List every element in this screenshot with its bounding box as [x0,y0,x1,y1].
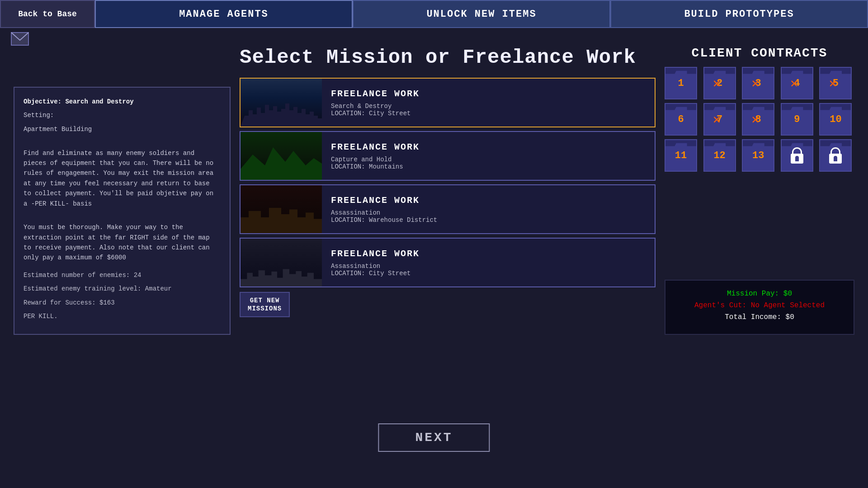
contract-item-14 [781,139,813,172]
main-content: Objective: Search and Destroy Setting: A… [0,33,868,344]
lock-keyhole [834,156,837,161]
manage-agents-button[interactable]: MANAGE AGENTS [95,0,353,28]
mission-list: FREELANCE WORKSearch & DestroyLOCATION: … [240,78,656,287]
contract-number: 13 [752,150,764,161]
training-level: Estimated enemy training level: Amateur [24,284,221,294]
mission-pay: Mission Pay: $0 [675,290,844,298]
contract-item-9[interactable]: 9 [781,103,813,136]
unlock-items-button[interactable]: UNLOCK NEW ITEMS [353,0,610,28]
lock-body [829,154,842,164]
total-income: Total Income: $0 [675,313,844,321]
mission-type-label: FREELANCE WORK [331,142,420,152]
contract-item-8[interactable]: 8 [742,103,774,136]
contract-item-1[interactable]: 1 [665,67,697,99]
mission-preview-2 [241,132,322,180]
mission-item-3[interactable]: FREELANCE WORKAssassinationLOCATION: War… [240,184,656,234]
mission-location-label: LOCATION: Warehouse District [331,216,437,224]
mission-location-label: LOCATION: Mountains [331,163,420,170]
contract-item-11[interactable]: 11 [665,139,697,172]
setting-label: Setting: [24,110,221,120]
agent-cut: Agent's Cut: No Agent Selected [675,301,844,310]
mission-location-label: LOCATION: City Street [331,270,420,277]
lock-keyhole [795,156,799,161]
mission-type-label: FREELANCE WORK [331,195,437,206]
contract-number: 8 [755,114,761,125]
contract-number: 10 [830,114,841,125]
back-to-base-button[interactable]: Back to Base [0,0,95,28]
enemies-count: Estimated number of enemies: 24 [24,270,221,280]
contract-item-15 [819,139,852,172]
contract-item-13[interactable]: 13 [742,139,774,172]
mission-subtype-label: Capture and Hold [331,156,420,163]
next-button[interactable]: NEXT [378,423,490,452]
mission-type-label: FREELANCE WORK [331,249,420,259]
contract-item-2[interactable]: 2 [703,67,736,99]
build-prototypes-button[interactable]: BUILD PROTOTYPES [610,0,868,28]
lock-icon [829,147,842,164]
contract-item-6[interactable]: 6 [665,103,697,136]
right-panel: CLIENT CONTRACTS 12345678910111213 Missi… [665,42,854,335]
contract-number: 6 [678,114,684,125]
contract-number: 3 [755,78,761,89]
mission-body-1: Find and eliminate as many enemy soldier… [24,148,221,209]
lock-icon [791,147,803,164]
mission-body-2: You must be thorough. Make your way to t… [24,222,221,263]
mission-preview-4 [241,239,322,286]
contract-number: 5 [833,78,839,89]
per-kill-label: PER KILL. [24,311,221,321]
next-button-area: NEXT [378,423,490,452]
mission-type-label: FREELANCE WORK [331,89,420,99]
mission-description-panel: Objective: Search and Destroy Setting: A… [14,87,231,335]
contract-number: 7 [717,114,722,125]
lock-shackle [792,147,802,154]
lock-body [791,154,803,164]
contract-item-7[interactable]: 7 [703,103,736,136]
contract-number: 4 [794,78,800,89]
contract-item-10[interactable]: 10 [819,103,852,136]
contract-item-4[interactable]: 4 [781,67,813,99]
contracts-grid: 12345678910111213 [665,67,854,172]
center-panel: Select Mission or Freelance Work FREELAN… [240,42,656,335]
objective-line: Objective: Search and Destroy [24,97,221,107]
contract-number: 9 [794,114,800,125]
contract-number: 1 [678,78,684,89]
client-contracts-title: CLIENT CONTRACTS [665,46,854,60]
get-new-missions-button[interactable]: GET NEWMISSIONS [240,292,290,317]
mission-location-label: LOCATION: City Street [331,110,420,117]
contract-item-5[interactable]: 5 [819,67,852,99]
mail-icon[interactable] [9,31,31,47]
mission-subtype-label: Assassination [331,263,420,270]
mission-subtype-label: Assassination [331,209,437,216]
contract-item-3[interactable]: 3 [742,67,774,99]
contract-number: 2 [717,78,722,89]
contract-number: 11 [675,150,687,161]
lock-shackle [830,147,840,154]
contract-number: 12 [713,150,725,161]
reward-label: Reward for Success: $163 [24,298,221,308]
mission-item-4[interactable]: FREELANCE WORKAssassinationLOCATION: Cit… [240,238,656,287]
mission-preview-3 [241,185,322,233]
income-panel: Mission Pay: $0 Agent's Cut: No Agent Se… [665,280,854,335]
mission-item-1[interactable]: FREELANCE WORKSearch & DestroyLOCATION: … [240,78,656,127]
mail-area [9,31,31,47]
section-title: Select Mission or Freelance Work [240,46,656,69]
mission-item-2[interactable]: FREELANCE WORKCapture and HoldLOCATION: … [240,131,656,181]
top-nav: Back to Base MANAGE AGENTS UNLOCK NEW IT… [0,0,868,28]
contract-item-12[interactable]: 12 [703,139,736,172]
mission-subtype-label: Search & Destroy [331,103,420,110]
setting-value: Apartment Building [24,124,221,134]
mission-preview-1 [241,79,322,127]
